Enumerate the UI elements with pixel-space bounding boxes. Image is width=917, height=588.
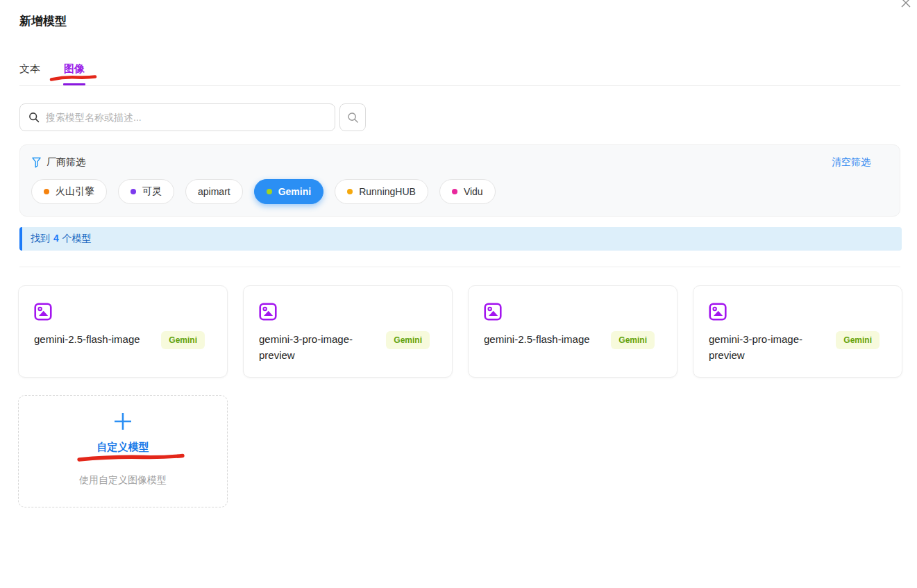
search-box	[19, 103, 335, 131]
vendor-dot	[267, 189, 272, 194]
model-card[interactable]: gemini-2.5-flash-image Gemini	[468, 285, 678, 378]
vendor-badge: Gemini	[611, 331, 655, 349]
search-row	[19, 103, 900, 131]
vendor-dot	[347, 189, 353, 194]
search-button[interactable]	[339, 103, 366, 131]
model-card[interactable]: gemini-3-pro-image-preview Gemini	[693, 285, 902, 378]
vendor-chip-apimart[interactable]: apimart	[185, 179, 243, 204]
model-card[interactable]: gemini-3-pro-image-preview Gemini	[243, 285, 453, 378]
vendor-badge: Gemini	[836, 331, 880, 349]
clear-filters-link[interactable]: 清空筛选	[832, 156, 870, 169]
vendor-chips: 火山引擎 可灵 apimart Gemini RunningHUB Vidu	[31, 179, 889, 204]
custom-model-title: 自定义模型	[97, 441, 149, 454]
active-tab-underline	[63, 83, 85, 85]
filter-funnel-icon	[31, 157, 42, 168]
model-name: gemini-2.5-flash-image	[484, 331, 603, 347]
vendor-chip-keling[interactable]: 可灵	[118, 179, 174, 204]
image-model-icon	[259, 303, 277, 321]
model-name: gemini-2.5-flash-image	[34, 331, 153, 347]
model-grid: gemini-2.5-flash-image Gemini gemini-3-p…	[18, 285, 900, 378]
page-title: 新增模型	[19, 0, 900, 29]
image-model-icon	[709, 303, 727, 321]
vendor-chip-volcengine[interactable]: 火山引擎	[31, 179, 107, 204]
vendor-chip-runninghub[interactable]: RunningHUB	[335, 179, 428, 204]
custom-model-card[interactable]: 自定义模型 使用自定义图像模型	[18, 395, 228, 507]
filter-header: 厂商筛选 清空筛选	[31, 156, 889, 169]
result-count: 4	[53, 233, 59, 244]
annotation-underline-red-custom	[77, 453, 185, 462]
vendor-dot	[131, 189, 136, 194]
close-icon[interactable]	[899, 0, 913, 10]
filter-title: 厂商筛选	[47, 156, 85, 169]
plus-icon	[112, 411, 133, 432]
section-divider	[19, 267, 900, 267]
vendor-dot	[44, 189, 49, 194]
tab-text[interactable]: 文本	[19, 62, 40, 85]
vendor-badge: Gemini	[161, 331, 205, 349]
add-model-dialog: 新增模型 文本 图像 厂商筛选 清空筛选 火山引擎	[0, 0, 917, 588]
model-card[interactable]: gemini-2.5-flash-image Gemini	[18, 285, 228, 378]
result-count-banner: 找到4个模型	[19, 227, 902, 251]
model-name: gemini-3-pro-image-preview	[259, 331, 378, 363]
search-input[interactable]	[46, 112, 326, 123]
vendor-chip-vidu[interactable]: Vidu	[439, 179, 496, 204]
vendor-chip-gemini[interactable]: Gemini	[254, 179, 323, 204]
image-model-icon	[34, 303, 52, 321]
tab-bar: 文本 图像	[19, 62, 900, 86]
model-name: gemini-3-pro-image-preview	[709, 331, 827, 363]
custom-model-subtitle: 使用自定义图像模型	[79, 474, 167, 487]
vendor-badge: Gemini	[386, 331, 430, 349]
vendor-filter-panel: 厂商筛选 清空筛选 火山引擎 可灵 apimart Gemini Runni	[19, 144, 900, 217]
search-icon	[347, 112, 359, 124]
tab-image[interactable]: 图像	[64, 62, 85, 85]
image-model-icon	[484, 303, 502, 321]
vendor-dot	[452, 189, 457, 194]
search-icon	[28, 112, 40, 123]
